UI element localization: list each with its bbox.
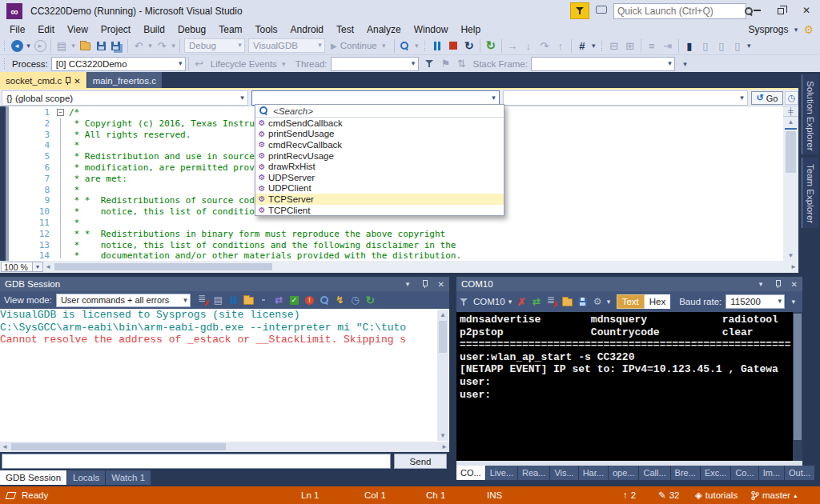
clear-output-button[interactable] xyxy=(195,294,211,307)
popup-item-printRecvUsage[interactable]: ⚙printRecvUsage xyxy=(255,150,504,162)
scroll-down-icon[interactable]: ▼ xyxy=(783,250,798,261)
gdb-output[interactable]: VisualGDB is licensed to Sysprogs (site … xyxy=(0,309,449,442)
chevron-down-icon[interactable] xyxy=(507,298,514,306)
find-button[interactable] xyxy=(397,38,413,54)
settings-button[interactable]: ⚙ xyxy=(590,295,605,309)
new-project-button[interactable]: ▤ xyxy=(54,38,70,54)
send-button[interactable]: Send xyxy=(394,454,447,469)
minimize-button[interactable] xyxy=(746,0,767,21)
suspend-threads-button[interactable]: ⇅ xyxy=(454,56,470,72)
immediate-window-button[interactable]: ⊞ xyxy=(622,38,638,54)
window-position-icon[interactable] xyxy=(758,280,765,288)
close-icon[interactable]: ✕ xyxy=(791,280,798,289)
toolbar-grip[interactable] xyxy=(2,40,6,52)
open-button[interactable] xyxy=(560,295,575,309)
toolbar-overflow-icon[interactable] xyxy=(746,42,753,50)
tab-out[interactable]: Out... xyxy=(785,466,814,480)
popup-item-cmdRecvCallback[interactable]: ⚙cmdRecvCallback xyxy=(255,139,504,150)
window-position-icon[interactable] xyxy=(404,280,412,288)
step-into-button[interactable]: ↓ xyxy=(521,38,537,54)
verify-button[interactable] xyxy=(287,294,302,307)
undo-button[interactable]: ↶ xyxy=(131,38,147,54)
feedback-button[interactable] xyxy=(596,6,607,14)
close-button[interactable]: ✕ xyxy=(796,0,817,21)
menu-edit[interactable]: Edit xyxy=(31,23,61,36)
pin-icon[interactable] xyxy=(421,279,428,289)
chevron-down-icon[interactable] xyxy=(280,60,287,68)
menu-analyze[interactable]: Analyze xyxy=(360,23,408,36)
save-all-button[interactable] xyxy=(109,38,125,54)
zoom-level-combo[interactable]: 100 % xyxy=(1,262,33,272)
navigate-back-button[interactable]: ◂ xyxy=(9,38,25,54)
tab-locals[interactable]: Locals xyxy=(67,470,105,485)
popup-item-TCPClient[interactable]: ⚙TCPClient xyxy=(255,205,504,216)
log-button[interactable]: ▤ xyxy=(211,294,226,307)
close-tab-icon[interactable]: ✕ xyxy=(74,77,80,86)
scrollbar-thumb[interactable] xyxy=(794,314,802,440)
tab-gdb-session[interactable]: GDB Session xyxy=(0,470,66,485)
tab-im[interactable]: Im... xyxy=(759,466,784,480)
terminal-scrollbar[interactable] xyxy=(793,312,802,461)
scroll-up-icon[interactable]: ▲ xyxy=(437,310,448,320)
restore-button[interactable] xyxy=(770,0,791,21)
menu-project[interactable]: Project xyxy=(94,23,137,36)
history-button[interactable]: ◷ xyxy=(785,91,798,105)
toolbar-overflow-icon[interactable] xyxy=(681,60,689,68)
editor-split-handle[interactable]: ╪ xyxy=(783,106,798,117)
toolbar-overflow-icon[interactable] xyxy=(790,298,797,306)
quick-launch-input[interactable] xyxy=(614,6,745,17)
redo-dropdown-icon[interactable] xyxy=(170,42,177,50)
lifecycle-events-label[interactable]: Lifecycle Events xyxy=(207,59,280,69)
tab-socket-cmd[interactable]: socket_cmd.c ✕ xyxy=(0,72,86,90)
menu-build[interactable]: Build xyxy=(137,23,171,36)
popup-item-drawRxHist[interactable]: ⚙drawRxHist xyxy=(255,161,504,172)
gdb-vertical-scrollbar[interactable]: ▲ ▼ xyxy=(437,310,448,441)
toggle-bookmark-button[interactable]: ▮ xyxy=(681,38,697,54)
menu-window[interactable]: Window xyxy=(408,23,455,36)
new-dropdown-icon[interactable] xyxy=(70,42,77,50)
show-next-statement-button[interactable]: → xyxy=(504,38,521,54)
scroll-right-icon[interactable]: ► xyxy=(440,442,449,452)
tab-bre[interactable]: Bre... xyxy=(671,466,700,480)
popup-item-printSendUsage[interactable]: ⚙printSendUsage xyxy=(255,129,504,140)
quick-launch-box[interactable] xyxy=(613,3,746,19)
tab-rea[interactable]: Rea... xyxy=(518,466,549,480)
navigate-forward-button[interactable]: ▸ xyxy=(32,38,48,54)
reconnect-button[interactable]: ⇄ xyxy=(529,295,545,309)
popup-item-UDPClient[interactable]: ⚙UDPClient xyxy=(255,183,504,194)
solution-configuration-combo[interactable]: Debug xyxy=(184,38,245,53)
chevron-down-icon[interactable]: ▾ xyxy=(33,262,43,272)
hex-display-button[interactable]: # xyxy=(574,38,590,54)
process-combo[interactable]: [0] CC3220Demo xyxy=(51,57,186,71)
view-mode-combo[interactable]: User commands + all errors xyxy=(56,294,191,307)
baud-rate-combo[interactable]: 115200 xyxy=(726,294,785,309)
outline-collapse-icon[interactable]: − xyxy=(57,109,64,116)
toolbar-grip[interactable] xyxy=(423,40,427,52)
tab-ope[interactable]: ope... xyxy=(609,466,639,480)
repository-button[interactable]: ◈ tutorials xyxy=(695,486,738,504)
scrollbar-thumb[interactable] xyxy=(786,131,796,173)
previous-bookmark-button[interactable]: ▯ xyxy=(697,38,713,54)
branch-button[interactable]: master ▴ xyxy=(751,486,797,504)
gdb-horizontal-scrollbar[interactable]: ◄ ► xyxy=(0,442,449,452)
editor-vertical-scrollbar[interactable]: ╪ ▲ ▼ xyxy=(783,106,798,261)
filter-button[interactable] xyxy=(456,295,472,309)
gdb-panel-header[interactable]: GDB Session ✕ xyxy=(0,277,449,291)
clear-terminal-button[interactable] xyxy=(545,295,560,309)
restart-button[interactable]: ↻ xyxy=(461,38,477,54)
sync-button[interactable]: ⇄ xyxy=(271,294,287,307)
search-output-button[interactable] xyxy=(317,294,332,307)
thread-combo[interactable] xyxy=(331,57,419,71)
scrollbar-thumb[interactable] xyxy=(11,443,226,450)
scope-dropdown[interactable]: {} (global scope) xyxy=(2,90,248,106)
apply-code-changes-button[interactable]: ↻ xyxy=(483,38,499,54)
error-lookup-button[interactable] xyxy=(302,294,317,307)
gear-icon[interactable]: ⚙ xyxy=(803,23,814,36)
chevron-down-icon[interactable] xyxy=(605,298,613,306)
platform-combo[interactable]: VisualGDB xyxy=(248,38,325,53)
scroll-right-icon[interactable]: ► xyxy=(789,262,798,272)
tab-com[interactable]: CO... xyxy=(456,466,485,480)
quick-debug-button[interactable]: ↯ xyxy=(332,294,348,307)
save-button[interactable] xyxy=(93,38,109,54)
scroll-left-icon[interactable]: ◄ xyxy=(0,442,10,452)
